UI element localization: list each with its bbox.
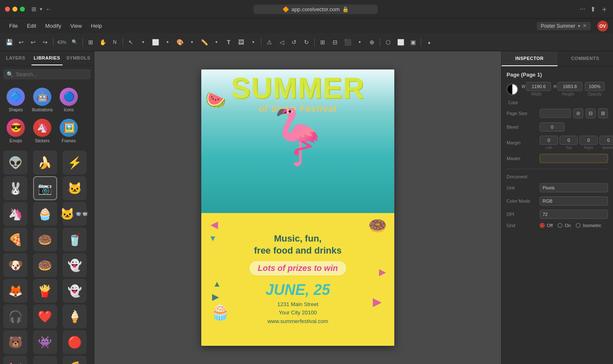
shape-chevron[interactable]: ▾ [162, 36, 173, 48]
image-button[interactable]: 🖼 [235, 36, 247, 48]
save-button[interactable]: 💾 [3, 36, 15, 48]
sticker-item[interactable]: 🦊 [3, 279, 27, 303]
margin-bottom[interactable] [599, 136, 613, 145]
width-input[interactable] [526, 82, 551, 91]
document-tab[interactable]: Poster Summer ▾ ✕ [537, 22, 591, 30]
rotate-ccw-button[interactable]: ↺ [288, 36, 300, 48]
page-size-icon3[interactable]: ⊞ [598, 108, 608, 118]
stroke-button[interactable]: ✏️ [198, 36, 210, 48]
margin-left[interactable] [540, 136, 558, 145]
sticker-item[interactable]: 🐱 [63, 176, 87, 200]
sticker-item[interactable]: 👄 [33, 356, 57, 364]
sticker-item[interactable]: 🐱‍👓 [63, 202, 87, 226]
arrange-button[interactable]: ⬛ [342, 36, 353, 48]
close-button[interactable] [5, 7, 10, 12]
grid-on-radio[interactable] [557, 223, 562, 228]
sticker-item[interactable]: ❤️ [33, 304, 57, 328]
grid-isometric[interactable]: Isometric [576, 223, 601, 228]
bleed-input[interactable] [540, 122, 565, 132]
overflow-icon[interactable]: ··· [580, 5, 585, 13]
margin-right[interactable] [579, 136, 598, 145]
sticker-item[interactable]: 🐶 [3, 253, 27, 277]
select-chevron[interactable]: ▾ [137, 36, 149, 48]
sticker-item[interactable]: 👾 [33, 330, 57, 354]
tab-comments[interactable]: COMMENTS [557, 51, 613, 66]
sticker-item[interactable]: 🥤 [63, 228, 87, 251]
dpi-select[interactable]: 72 [540, 210, 608, 219]
sticker-item[interactable]: 🐻 [3, 330, 27, 354]
fill-button[interactable]: 🎨 [174, 36, 186, 48]
pathfinder-button[interactable]: ⊕ [366, 36, 378, 48]
zoom-out-button[interactable]: 🔍 [69, 36, 80, 48]
sticker-item[interactable]: 🍦 [63, 304, 87, 328]
sticker-item[interactable]: 🎧 [3, 304, 27, 328]
stroke-chevron[interactable]: ▾ [210, 36, 222, 48]
tab-chevron-icon[interactable]: ▾ [578, 23, 580, 29]
margin-top[interactable] [560, 136, 578, 145]
canvas-area[interactable]: 🍉 SUMMER of Swim Festival 🦩 ◀ ▶ ▼ ▶ ▲ ▶ … [94, 51, 501, 364]
align-button[interactable]: ⊞ [317, 36, 328, 48]
frame-button[interactable]: ▣ [407, 36, 419, 48]
page-size-select[interactable] [540, 109, 571, 118]
menu-edit[interactable]: Edit [23, 21, 40, 31]
crop-button[interactable]: ⬜ [395, 36, 406, 48]
sticker-item[interactable]: ⚡ [63, 151, 87, 175]
sticker-item[interactable]: 🍩 [33, 228, 57, 251]
search-input[interactable] [16, 71, 87, 77]
undo2-button[interactable]: ↩ [27, 36, 39, 48]
page-size-icon2[interactable]: ⊟ [586, 108, 596, 118]
master-select[interactable] [540, 154, 608, 163]
distribute-button[interactable]: ⊟ [329, 36, 341, 48]
rotate-cw-button[interactable]: ↻ [301, 36, 312, 48]
sticker-item[interactable]: 🍌 [33, 151, 57, 175]
select-button[interactable]: ↖ [125, 36, 137, 48]
sticker-item[interactable]: 🍟 [33, 279, 57, 303]
sticker-item[interactable]: 👽 [3, 151, 27, 175]
undo-button[interactable]: ↩ [15, 36, 27, 48]
address-bar[interactable]: 🔶 app.corelvector.com 🔒 [253, 5, 378, 14]
sticker-item[interactable]: 🐙 [3, 356, 27, 364]
flip-h-button[interactable]: ◁ [276, 36, 287, 48]
category-illustrations[interactable]: 🤖 Illustrations [30, 85, 55, 115]
move-button[interactable]: ✋ [97, 36, 109, 48]
maximize-button[interactable] [20, 7, 25, 12]
opacity-input[interactable] [585, 82, 605, 91]
sticker-item[interactable]: 🍕 [3, 228, 27, 251]
text-button[interactable]: T [223, 36, 234, 48]
grid-on[interactable]: On [557, 223, 571, 228]
warning-icon[interactable]: ⚠ [263, 36, 275, 48]
sticker-item[interactable]: 🍕 [63, 356, 87, 364]
sticker-item[interactable]: 🧁 [33, 202, 57, 226]
sticker-item[interactable]: 🔴 [63, 330, 87, 354]
tab-inspector[interactable]: INSPECTOR [502, 51, 557, 66]
sticker-item[interactable]: 📷 [33, 176, 57, 200]
grid-isometric-radio[interactable] [576, 223, 581, 228]
fill-chevron[interactable]: ▾ [186, 36, 198, 48]
arrange-chevron[interactable]: ▾ [354, 36, 365, 48]
tab-close-button[interactable]: ✕ [583, 23, 586, 29]
shape-button[interactable]: ⬜ [150, 36, 161, 48]
unit-select[interactable]: Pixels [540, 183, 608, 192]
chevron-down-icon[interactable]: ▾ [40, 6, 42, 12]
sticker-item[interactable]: 👻 [63, 279, 87, 303]
sticker-item[interactable]: 👻 [63, 253, 87, 277]
page-size-icon1[interactable]: ⊘ [573, 108, 583, 118]
flip-v-button[interactable]: ⬡ [382, 36, 394, 48]
grid-off[interactable]: Off [540, 223, 553, 228]
sticker-item[interactable]: 🦄 [3, 202, 27, 226]
color-mode-select[interactable]: RGB [540, 196, 608, 206]
window-control-icon[interactable]: ⊞ [31, 6, 36, 12]
add-tab-icon[interactable]: ＋ [601, 4, 608, 14]
export-button[interactable]: ⬧ [423, 36, 435, 48]
category-stickers[interactable]: 🦄 Stickers [30, 116, 55, 146]
minimize-button[interactable] [12, 7, 17, 12]
menu-help[interactable]: Help [87, 21, 106, 31]
tab-symbols[interactable]: SYMBOLS [63, 51, 94, 65]
fit-button[interactable]: ⊞ [85, 36, 97, 48]
tab-libraries[interactable]: LIBRARIES [31, 51, 63, 65]
height-input[interactable] [557, 82, 582, 91]
tab-layers[interactable]: LAYERS [0, 51, 31, 65]
menu-modify[interactable]: Modify [41, 21, 65, 31]
menu-file[interactable]: File [5, 21, 22, 31]
redo-button[interactable]: ↪ [39, 36, 51, 48]
